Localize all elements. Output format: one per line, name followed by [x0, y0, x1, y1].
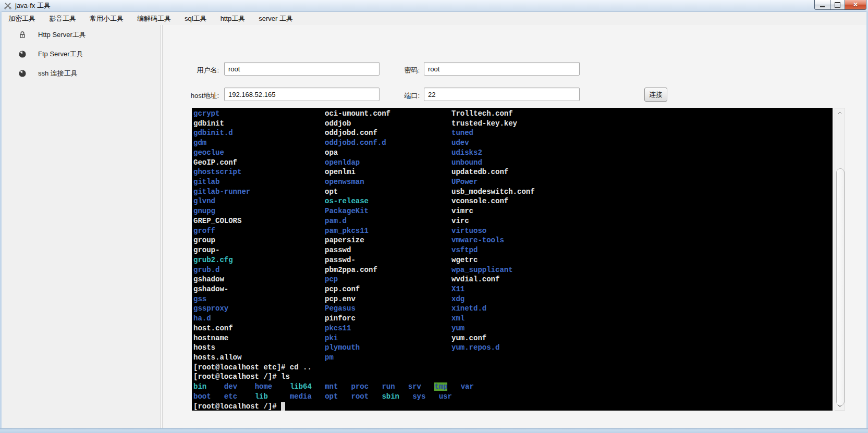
chevron-up-icon [838, 112, 842, 114]
terminal-line: group-passwdvsftpd [193, 245, 833, 255]
host-label: host地址: [172, 91, 219, 101]
main-panel: 用户名: 密码: host地址: 端口: 连接 gcryptoci-umount… [163, 25, 866, 428]
terminal-line: gsspcp.envxdg [193, 294, 833, 304]
terminal-line: [root@localhost /]# ls [193, 372, 833, 382]
menu-item-2[interactable]: 常用小工具 [83, 12, 130, 26]
terminal-line: gssproxyPegasusxinetd.d [193, 304, 833, 314]
terminal-line: host.confpkcs11yum [193, 324, 833, 333]
terminal-line: groffpam_pkcs11virtuoso [193, 226, 833, 236]
close-icon: ✕ [853, 1, 858, 8]
terminal-line: geoclueopaudisks2 [193, 148, 833, 158]
minimize-button[interactable] [814, 0, 830, 10]
terminal-line: GREP_COLORSpam.dvirc [193, 216, 833, 226]
scrollbar-thumb[interactable] [836, 168, 845, 406]
terminal-line: ghostscriptopenlmiupdatedb.conf [193, 167, 833, 177]
window-controls: ✕ [814, 0, 866, 10]
terminal-line: grub.dpbm2ppa.confwpa_supplicant [193, 265, 833, 275]
globe-icon [18, 69, 27, 78]
menu-bar: 加密工具影音工具常用小工具编解码工具sql工具http工具server 工具 [2, 12, 866, 26]
terminal-line: bin dev home lib64 mnt proc run srv tmp … [193, 382, 833, 392]
sidebar-item-label: Http Server工具 [38, 30, 86, 40]
password-label: 密码: [384, 66, 420, 75]
menu-item-6[interactable]: server 工具 [252, 12, 300, 26]
title-bar: java-fx 工具 ✕ [0, 0, 868, 12]
sidebar-item-label: Ftp Server工具 [38, 50, 83, 59]
port-label: 端口: [384, 91, 420, 101]
terminal-line: gdbinitoddjobtrusted-key.key [193, 119, 833, 129]
menu-item-1[interactable]: 影音工具 [42, 12, 83, 26]
terminal-line: gdbinit.doddjobd.conftuned [193, 128, 833, 138]
minimize-icon [820, 6, 825, 7]
terminal-scrollbar[interactable] [835, 108, 845, 411]
terminal-line: grouppapersizevmware-tools [193, 236, 833, 245]
sidebar-item-label: ssh 连接工具 [38, 69, 78, 78]
terminal-line: ha.dpinforcxml [193, 314, 833, 324]
terminal-line: gdmoddjobd.conf.dudev [193, 138, 833, 148]
scroll-up-button[interactable] [835, 108, 845, 117]
terminal-line: grub2.cfgpasswd-wgetrc [193, 255, 833, 265]
window-frame-bottom [0, 428, 868, 433]
terminal-line: gitlabopenwsmanUPower [193, 177, 833, 187]
terminal-line: hostnamepkiyum.conf [193, 333, 833, 343]
sidebar-item-2[interactable]: ssh 连接工具 [2, 64, 160, 83]
port-input[interactable] [424, 88, 580, 101]
terminal-line: GeoIP.confopenldapunbound [193, 158, 833, 168]
connect-button[interactable]: 连接 [644, 88, 667, 102]
maximize-button[interactable] [830, 0, 845, 10]
menu-item-5[interactable]: http工具 [214, 12, 252, 26]
scroll-down-button[interactable] [835, 402, 845, 410]
password-input[interactable] [424, 62, 580, 76]
sidebar-item-1[interactable]: Ftp Server工具 [2, 44, 160, 64]
window-title: java-fx 工具 [15, 1, 51, 10]
menu-item-0[interactable]: 加密工具 [2, 12, 42, 26]
host-input[interactable] [224, 88, 380, 101]
terminal-line: gshadowpcpwvdial.conf [193, 275, 833, 284]
terminal-line: [root@localhost /]# [193, 402, 833, 411]
app-window: java-fx 工具 ✕ 加密工具影音工具常用小工具编解码工具sql工具http… [0, 0, 868, 433]
username-input[interactable] [224, 62, 380, 76]
chevron-down-icon [838, 405, 842, 407]
terminal-line: gcryptoci-umount.confTrolltech.conf [193, 109, 833, 119]
terminal-line: gnupgPackageKitvimrc [193, 206, 833, 216]
lock-icon [18, 31, 27, 39]
maximize-icon [835, 2, 840, 8]
terminal-line: boot etc lib media opt root sbin sys usr [193, 392, 833, 402]
app-icon [4, 2, 12, 10]
terminal[interactable]: gcryptoci-umount.confTrolltech.confgdbin… [192, 108, 833, 411]
sidebar: Http Server工具Ftp Server工具ssh 连接工具 [2, 25, 160, 428]
terminal-line: hostsplymouthyum.repos.d [193, 343, 833, 353]
terminal-line: glvndos-releasevconsole.conf [193, 196, 833, 206]
terminal-line: gitlab-runneroptusb_modeswitch.conf [193, 187, 833, 197]
terminal-line: [root@localhost etc]# cd .. [193, 363, 833, 373]
menu-item-4[interactable]: sql工具 [178, 12, 214, 26]
close-button[interactable]: ✕ [845, 0, 866, 10]
globe-icon [18, 50, 27, 58]
sidebar-item-0[interactable]: Http Server工具 [2, 25, 160, 44]
username-label: 用户名: [177, 66, 219, 75]
terminal-line: gshadow-pcp.confX11 [193, 284, 833, 294]
menu-item-3[interactable]: 编解码工具 [130, 12, 178, 26]
terminal-line: hosts.allowpm [193, 353, 833, 363]
